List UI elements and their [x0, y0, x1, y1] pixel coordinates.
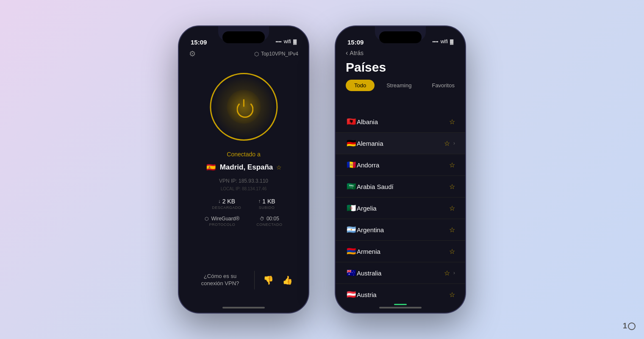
bottom-bar: [394, 304, 407, 305]
alemania-flag: 🇩🇪: [346, 138, 357, 149]
watermark: 1: [623, 322, 636, 331]
status-icons-2: •••• wifi ▓: [433, 39, 453, 44]
feedback-divider: [254, 271, 255, 289]
home-indicator-1: [222, 307, 265, 308]
wifi-network-name: Top10VPN_IPv4: [261, 51, 298, 57]
protocol-name: WireGuard®: [211, 216, 239, 222]
home-indicator-2: [379, 307, 422, 308]
dynamic-island-2: [379, 31, 422, 43]
country-alemania[interactable]: 🇩🇪 Alemania ☆ ›: [336, 133, 465, 154]
austria-flag: 🇦🇹: [346, 289, 357, 300]
page-title: Países: [346, 60, 455, 75]
watermark-text: 1: [623, 322, 627, 331]
connected-label: Conectado a: [227, 151, 260, 158]
argentina-star-icon[interactable]: ☆: [449, 226, 455, 234]
favorite-star-icon[interactable]: ☆: [276, 164, 282, 171]
armenia-flag: 🇦🇲: [346, 246, 357, 257]
upload-stat: ↑ 1 KB SUBIDO: [258, 198, 275, 210]
tab-todo[interactable]: Todo: [346, 80, 375, 91]
country-albania[interactable]: 🇦🇱 Albania ☆: [336, 111, 465, 133]
connection-time-info: ⏱ 00:05 CONECTADO: [256, 216, 282, 227]
status-icons-1: •••• wifi ▓: [276, 39, 297, 44]
argelia-flag: 🇩🇿: [346, 203, 357, 214]
alemania-star-icon[interactable]: ☆: [444, 139, 450, 147]
protocol-info: ⬡ WireGuard® PROTOCOLO: [205, 216, 239, 227]
feedback-question: ¿Cómo es su conexión VPN?: [195, 273, 246, 287]
time-display-2: 15:09: [347, 38, 364, 46]
wifi-icon: wifi: [284, 39, 291, 44]
armenia-name: Armenia: [357, 248, 449, 255]
albania-name: Albania: [357, 118, 449, 125]
country-argelia[interactable]: 🇩🇿 Argelia ☆: [336, 197, 465, 219]
location-row: 🇪🇸 Madrid, España ☆: [205, 162, 282, 173]
download-value: ↓ 2 KB: [218, 198, 235, 205]
upload-value: ↑ 1 KB: [258, 198, 275, 205]
saudi-star-icon[interactable]: ☆: [449, 183, 455, 191]
signal-dots-icon: ••••: [276, 39, 282, 44]
albania-flag: 🇦🇱: [346, 116, 357, 127]
austria-star-icon[interactable]: ☆: [449, 291, 455, 299]
country-australia[interactable]: 🇦🇺 Australia ☆ ›: [336, 262, 465, 284]
saudi-name: Arabia Saudí: [357, 183, 449, 190]
phone2-content: 15:09 •••• wifi ▓ ‹ Atrás Países To: [336, 26, 465, 313]
connection-time-value: ⏱ 00:05: [260, 216, 279, 222]
signal-dots-icon-2: ••••: [433, 39, 439, 44]
vpn-ip: VPN IP: 185.93.3.110: [219, 178, 268, 184]
spain-flag: 🇪🇸: [205, 162, 217, 173]
filter-tabs: Todo Streaming Favoritos: [346, 80, 455, 91]
saudi-flag: 🇸🇦: [346, 181, 357, 192]
battery-icon-2: ▓: [450, 39, 453, 44]
protocol-value: ⬡ WireGuard®: [205, 216, 239, 222]
power-icon-inner[interactable]: [227, 90, 261, 124]
argelia-name: Argelia: [357, 205, 449, 212]
alemania-name: Alemania: [357, 140, 444, 147]
thumb-up-icon[interactable]: 👍: [282, 275, 293, 285]
download-stat: ↓ 2 KB DESCARGADO: [212, 198, 241, 210]
country-argentina[interactable]: 🇦🇷 Argentina ☆: [336, 219, 465, 241]
feedback-area: ¿Cómo es su conexión VPN? 👎 👍: [179, 271, 308, 289]
argelia-star-icon[interactable]: ☆: [449, 204, 455, 212]
wifi-icon-2: wifi: [441, 39, 448, 44]
upload-arrow-icon: ↑: [258, 198, 261, 204]
feedback-icons: 👎 👍: [263, 275, 293, 285]
phone1: 15:09 •••• wifi ▓ ⚙ ⬡ Top10VPN_IPv4: [178, 25, 309, 314]
phone1-content: 15:09 •••• wifi ▓ ⚙ ⬡ Top10VPN_IPv4: [179, 26, 308, 313]
country-armenia[interactable]: 🇦🇲 Armenia ☆: [336, 241, 465, 262]
countries-header: ‹ Atrás Países Todo Streaming Favoritos: [336, 49, 465, 94]
upload-amount: 1 KB: [262, 198, 275, 205]
local-ip: LOCAL IP: 88.134.17.46: [221, 186, 267, 191]
alemania-chevron-icon: ›: [453, 140, 455, 146]
dynamic-island-1: [222, 31, 265, 43]
power-symbol-icon[interactable]: [235, 98, 252, 115]
power-ring[interactable]: [210, 73, 278, 141]
location-name: Madrid, España: [220, 163, 273, 172]
download-arrow-icon: ↓: [218, 198, 221, 204]
albania-star-icon[interactable]: ☆: [449, 118, 455, 126]
andorra-name: Andorra: [357, 161, 449, 169]
thumb-down-icon[interactable]: 👎: [263, 275, 274, 285]
download-amount: 2 KB: [222, 198, 235, 205]
wireguard-icon: ⬡: [205, 216, 209, 222]
andorra-flag: 🇦🇩: [346, 159, 357, 170]
tab-favoritos[interactable]: Favoritos: [423, 80, 463, 91]
country-austria[interactable]: 🇦🇹 Austria ☆: [336, 284, 465, 304]
countries-list: 🇦🇱 Albania ☆ 🇩🇪 Alemania ☆ › 🇦🇩 Andorra: [336, 111, 465, 304]
wifi-label: ⬡ Top10VPN_IPv4: [254, 51, 298, 57]
phones-container: 15:09 •••• wifi ▓ ⚙ ⬡ Top10VPN_IPv4: [178, 25, 466, 314]
watermark-circle: [628, 322, 636, 330]
info-row: ⬡ WireGuard® PROTOCOLO ⏱ 00:05 CONECTADO: [205, 216, 282, 227]
australia-flag: 🇦🇺: [346, 267, 357, 278]
australia-star-icon[interactable]: ☆: [444, 269, 450, 277]
country-andorra[interactable]: 🇦🇩 Andorra ☆: [336, 154, 465, 176]
power-button-area[interactable]: Conectado a 🇪🇸 Madrid, España ☆ VPN IP: …: [205, 73, 282, 227]
argentina-name: Argentina: [357, 226, 449, 233]
country-saudi[interactable]: 🇸🇦 Arabia Saudí ☆: [336, 176, 465, 197]
connected-time-label: CONECTADO: [256, 222, 282, 227]
tab-streaming[interactable]: Streaming: [378, 80, 420, 91]
armenia-star-icon[interactable]: ☆: [449, 247, 455, 256]
background: 15:09 •••• wifi ▓ ⚙ ⬡ Top10VPN_IPv4: [178, 25, 466, 314]
argentina-flag: 🇦🇷: [346, 224, 357, 235]
wifi-symbol-icon: ⬡: [254, 51, 259, 57]
andorra-star-icon[interactable]: ☆: [449, 161, 455, 169]
time-display-1: 15:09: [191, 38, 207, 46]
